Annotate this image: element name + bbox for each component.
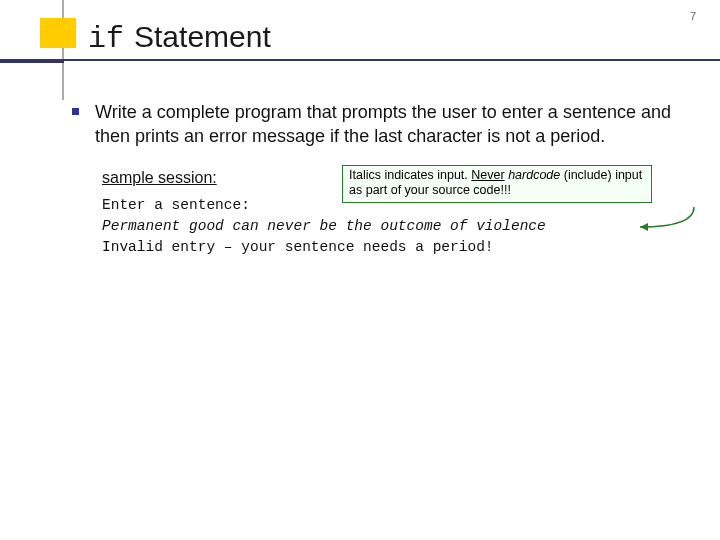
callout-arrow [632, 207, 702, 233]
bullet-text: Write a complete program that prompts th… [95, 100, 690, 149]
code-line-error: Invalid entry – your sentence needs a pe… [102, 237, 690, 258]
callout-never: Never [471, 168, 504, 182]
sample-output: Enter a sentence: Permanent good can nev… [102, 195, 690, 258]
slide-title: if Statement [88, 20, 271, 56]
horizontal-rule [0, 59, 720, 61]
sample-session-block: sample session: Italics indicates input.… [102, 169, 690, 258]
callout-note: Italics indicates input. Never hardcode … [342, 165, 652, 203]
vertical-rule [62, 0, 64, 100]
svg-marker-0 [640, 223, 648, 231]
title-text: Statement [134, 20, 271, 54]
accent-block [40, 18, 76, 48]
horizontal-rule-accent [0, 59, 64, 63]
bullet-marker [72, 108, 79, 115]
body-content: Write a complete program that prompts th… [72, 100, 690, 258]
code-line-input: Permanent good can never be the outcome … [102, 216, 690, 237]
title-keyword: if [88, 22, 124, 56]
page-number: 7 [690, 10, 696, 22]
callout-lead: Italics indicates input. [349, 168, 471, 182]
bullet-item: Write a complete program that prompts th… [72, 100, 690, 149]
callout-hardcode: hardcode [508, 168, 560, 182]
